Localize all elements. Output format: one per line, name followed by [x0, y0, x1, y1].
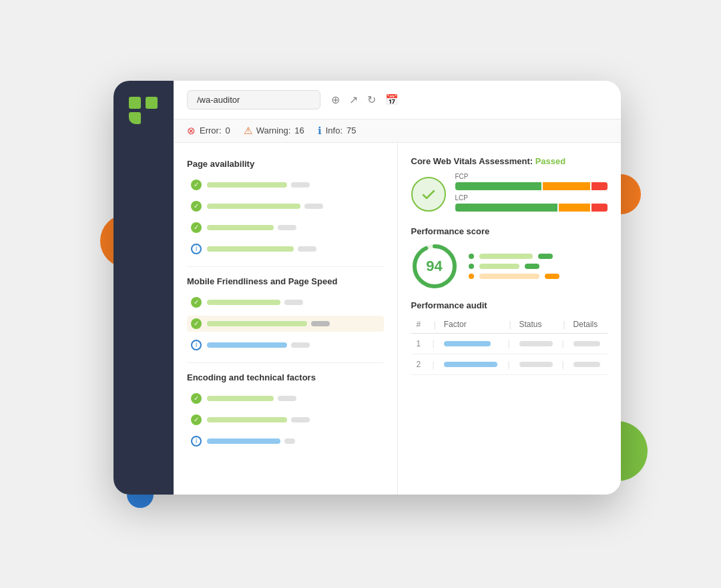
calendar-icon[interactable]: 📅: [385, 93, 399, 106]
url-input[interactable]: [187, 90, 320, 109]
bar: [207, 225, 274, 230]
status-bar-2: [519, 362, 553, 367]
factor-bar: [479, 264, 519, 269]
col-header-details: Details: [568, 316, 608, 334]
factor-dot-green: [469, 254, 474, 259]
check-icon: ✓: [191, 393, 202, 404]
cwv-title: Core Web Vitals Assessment:: [411, 156, 533, 166]
audit-row: ✓: [187, 220, 384, 236]
row-factor-1: [439, 333, 507, 354]
perf-score-content: 94: [411, 243, 608, 290]
bar: [207, 246, 294, 252]
bar: [207, 204, 300, 209]
col-sep-3: |: [560, 354, 567, 374]
factor-end-bar: [525, 264, 539, 269]
info-label: Info:: [326, 125, 342, 135]
cwv-fcp-bar: [455, 182, 608, 190]
bar-end: [291, 417, 310, 422]
col-header-num: #: [411, 316, 431, 334]
fcp-green-bar: [455, 182, 542, 190]
cwv-section: Core Web Vitals Assessment: Passed: [411, 156, 608, 216]
error-icon: ⊗: [187, 125, 196, 137]
warning-icon: ⚠: [244, 125, 252, 137]
cwv-lcp-bar: [455, 204, 608, 212]
audit-table-row: 1 | | |: [411, 333, 608, 354]
audit-bar-group: [207, 396, 380, 401]
row-status-2: [514, 354, 561, 374]
audit-table-row: 2 | | |: [411, 354, 608, 374]
perf-factor-row: [469, 254, 608, 259]
bar-end: [304, 204, 323, 209]
status-info: ℹ Info: 75: [318, 125, 356, 137]
warning-count: 16: [294, 125, 304, 135]
perf-score-section: Performance score 94: [411, 226, 608, 290]
section-title-mobile: Mobile Friendliness and Page Speed: [187, 276, 384, 286]
audit-bar-group: [207, 204, 380, 209]
col-header-status: Status: [514, 316, 561, 334]
section-mobile-friendliness: Mobile Friendliness and Page Speed ✓ ✓: [187, 276, 384, 353]
fcp-orange-bar: [543, 182, 590, 190]
lcp-green-bar: [455, 204, 558, 212]
bar: [207, 396, 274, 401]
cwv-check-circle: [411, 177, 446, 212]
perf-factor-row: [469, 274, 608, 279]
audit-bar-group: [207, 225, 380, 230]
score-circle: 94: [411, 243, 458, 290]
cwv-fcp-label: FCP: [455, 173, 608, 180]
factor-end-bar: [538, 254, 553, 259]
factor-bar-1: [444, 341, 491, 346]
content-body: Page availability ✓ ✓: [174, 143, 621, 495]
check-icon: ✓: [191, 414, 202, 425]
section-page-availability: Page availability ✓ ✓: [187, 159, 384, 257]
fcp-red-bar: [591, 182, 608, 190]
cwv-lcp-label: LCP: [455, 194, 608, 202]
checkmark-icon: [421, 186, 437, 202]
col-sep-2: |: [506, 354, 513, 374]
score-value: 94: [426, 258, 442, 275]
device-frame: ⊕ ↗ ↻ 📅 ⊗ Error: 0 ⚠ Warning: 16: [113, 81, 621, 495]
col-header-factor: Factor: [439, 316, 507, 334]
factor-bar-orange: [479, 274, 539, 279]
bar-blue: [207, 342, 287, 348]
section-title-page-availability: Page availability: [187, 159, 384, 169]
col-separator: |: [431, 316, 439, 334]
lcp-orange-bar: [559, 204, 590, 212]
audit-row: ✓: [187, 198, 384, 214]
cwv-bars: FCP LCP: [455, 173, 608, 216]
cwv-metric-lcp: LCP: [455, 194, 608, 212]
audit-row-highlighted[interactable]: ✓: [187, 316, 384, 332]
audit-bar-group: [207, 417, 380, 422]
logo-block-3: [129, 112, 141, 124]
audit-bar-group: [207, 300, 380, 305]
logo-block-1: [129, 97, 141, 109]
share-icon[interactable]: ↗: [349, 93, 358, 106]
perf-score-header: Performance score: [411, 226, 608, 236]
audit-bar-group: [207, 438, 380, 444]
toolbar: ⊕ ↗ ↻ 📅: [174, 81, 621, 119]
info-count: 75: [346, 125, 356, 135]
check-icon: ✓: [191, 180, 202, 190]
cwv-status: Passed: [535, 156, 566, 166]
cwv-metric-fcp: FCP: [455, 173, 608, 190]
section-encoding: Encoding and technical factors ✓ ✓: [187, 372, 384, 449]
status-bar-1: [519, 341, 553, 346]
details-bar-2: [573, 362, 600, 367]
col-separator-3: |: [560, 316, 567, 334]
status-warning: ⚠ Warning: 16: [244, 125, 304, 137]
bar-end: [284, 300, 303, 305]
row-details-2: [568, 354, 608, 374]
factor-dot-green: [469, 264, 474, 269]
add-icon[interactable]: ⊕: [331, 93, 340, 106]
refresh-icon[interactable]: ↻: [367, 93, 376, 106]
bar-end: [298, 246, 316, 252]
row-num-1: 1: [411, 333, 431, 354]
col-sep-3: |: [560, 333, 567, 354]
right-panel: Core Web Vitals Assessment: Passed: [398, 143, 622, 495]
error-count: 0: [226, 125, 230, 135]
factor-dot-orange: [469, 274, 474, 279]
audit-bar-group: [207, 182, 380, 188]
perf-audit-header: Performance audit: [411, 300, 608, 310]
audit-bar-group: [207, 321, 380, 326]
left-panel: Page availability ✓ ✓: [174, 143, 398, 495]
col-sep: |: [431, 354, 439, 374]
